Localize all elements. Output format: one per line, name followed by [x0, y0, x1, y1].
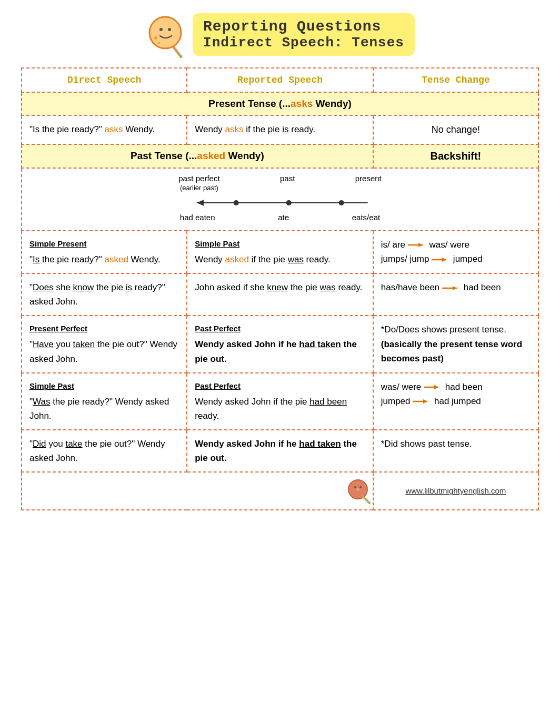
timeline-label3: present: [355, 174, 382, 192]
tense-change-1b: was/ were: [429, 240, 470, 250]
past-tense-header-row: Past Tense (...asked Wendy) Backshift!: [22, 144, 538, 168]
svg-point-5: [158, 42, 160, 44]
tense-change-5: *Did shows past tense.: [381, 439, 472, 449]
simple-past-label2: Simple Past: [29, 380, 179, 392]
present-perfect-reported: Past Perfect Wendy asked John if he had …: [187, 316, 373, 372]
simple-present-reported: Simple Past Wendy asked if the pie was r…: [187, 231, 373, 273]
present-direct-cell: "Is the pie ready?" asks Wendy.: [22, 115, 187, 144]
does-she-know-row: "Does she know the pie is ready?" asked …: [22, 273, 538, 316]
title-box: Reporting Questions Indirect Speech: Ten…: [193, 13, 415, 56]
header: Reporting Questions Indirect Speech: Ten…: [145, 11, 415, 58]
column-header-row: Direct Speech Reported Speech Tense Chan…: [22, 68, 538, 92]
svg-marker-15: [442, 258, 446, 262]
simple-present-quote: "Is the pie ready?" asked Wendy.: [29, 254, 161, 264]
svg-marker-19: [434, 385, 438, 389]
simple-past-did-direct: "Did you take the pie out?" Wendy asked …: [22, 430, 187, 472]
svg-marker-17: [453, 286, 457, 290]
timeline-word3: eats/eat: [352, 213, 380, 222]
simple-past-did-quote: "Did you take the pie out?" Wendy asked …: [29, 439, 165, 463]
svg-point-2: [159, 28, 163, 31]
footer-website-cell: www.lilbutmightyenglish.com: [373, 472, 538, 510]
main-table: Direct Speech Reported Speech Tense Chan…: [21, 67, 539, 510]
tense-change-4b: had been: [445, 382, 483, 392]
svg-point-23: [354, 486, 356, 488]
timeline-labels: past perfect(earlier past) past present: [133, 174, 427, 192]
svg-point-25: [356, 488, 359, 491]
tense-change-4d: had jumped: [434, 396, 481, 406]
does-she-know-quote: "Does she know the pie is ready?" asked …: [29, 282, 165, 307]
svg-marker-13: [418, 243, 423, 247]
past-perfect-label1: Past Perfect: [195, 322, 365, 335]
simple-present-row: Simple Present "Is the pie ready?" asked…: [22, 231, 538, 273]
past-tense-header: Past Tense (...asked Wendy): [22, 144, 373, 168]
svg-point-11: [339, 200, 344, 205]
simple-past-text: Wendy asked if the pie was ready.: [195, 254, 330, 264]
svg-point-1: [149, 17, 181, 48]
past-perfect-label2: Past Perfect: [195, 380, 365, 392]
timeline-cell: past perfect(earlier past) past present: [22, 168, 538, 231]
asked-word: asked: [197, 150, 225, 161]
past-perfect-text2: Wendy asked John if the pie had been rea…: [195, 397, 347, 421]
col-header-reported: Reported Speech: [187, 68, 373, 92]
timeline-word2: ate: [278, 213, 289, 222]
simple-past-was-row: Simple Past "Was the pie ready?" Wendy a…: [22, 373, 538, 430]
svg-point-9: [234, 200, 239, 205]
svg-marker-21: [423, 399, 427, 404]
simple-past-was-direct: Simple Past "Was the pie ready?" Wendy a…: [22, 373, 187, 430]
tense-change-4a: was/ were: [381, 382, 424, 392]
does-she-know-reported: John asked if she knew the pie was ready…: [187, 273, 373, 316]
simple-present-label: Simple Present: [29, 238, 179, 250]
asks-word: asks: [291, 98, 313, 109]
does-she-know-tense: has/have been had been: [373, 273, 538, 316]
tense-change-1a: is/ are: [381, 240, 408, 250]
present-tense-header: Present Tense (...asks Wendy): [22, 92, 538, 115]
present-direct-text: "Is the pie ready?" asks Wendy.: [29, 124, 155, 134]
svg-point-24: [359, 486, 362, 488]
timeline-label1: past perfect(earlier past): [178, 174, 219, 192]
present-perfect-direct: Present Perfect "Have you taken the pie …: [22, 316, 187, 372]
no-change-text: No change!: [432, 124, 480, 135]
svg-point-10: [286, 200, 292, 205]
tense-change-3: *Do/Does shows present tense.(basically …: [381, 324, 522, 363]
website-link[interactable]: www.lilbutmightyenglish.com: [405, 486, 506, 495]
simple-past-did-reported: Wendy asked John if he had taken the pie…: [187, 430, 373, 472]
svg-point-6: [152, 42, 154, 44]
timeline-bar: [133, 195, 427, 211]
backshift-text: Backshift!: [431, 150, 482, 162]
present-perfect-label: Present Perfect: [29, 322, 179, 335]
does-she-know-direct: "Does she know the pie is ready?" asked …: [22, 273, 187, 316]
simple-past-was-quote: "Was the pie ready?" Wendy asked John.: [29, 397, 169, 421]
footer-row: www.lilbutmightyenglish.com: [22, 472, 538, 510]
past-perfect-text1: Wendy asked John if he had taken the pie…: [195, 339, 357, 363]
present-reported-cell: Wendy asks if the pie is ready.: [187, 115, 373, 144]
simple-past-was-reported: Past Perfect Wendy asked John if the pie…: [187, 373, 373, 430]
tense-change-1c: jumps/ jump: [381, 254, 432, 264]
present-tense-row: "Is the pie ready?" asks Wendy. Wendy as…: [22, 115, 538, 144]
present-reported-text: Wendy asks if the pie is ready.: [195, 124, 315, 134]
present-tense-cell: No change!: [373, 115, 538, 144]
svg-marker-8: [197, 200, 204, 206]
col-header-tense: Tense Change: [373, 68, 538, 92]
simple-present-direct: Simple Present "Is the pie ready?" asked…: [22, 231, 187, 273]
present-perfect-tense: *Do/Does shows present tense.(basically …: [373, 316, 538, 372]
candy-icon: [145, 11, 187, 58]
tense-change-4c: jumped: [381, 396, 413, 406]
simple-past-did-tense: *Did shows past tense.: [373, 430, 538, 472]
title-line1: Reporting Questions: [203, 18, 404, 35]
timeline-words: had eaten ate eats/eat: [133, 213, 427, 222]
simple-past-label: Simple Past: [195, 238, 365, 250]
tense-change-2b: had been: [464, 282, 501, 292]
tense-change-2a: has/have been: [381, 282, 442, 292]
present-perfect-row: Present Perfect "Have you taken the pie …: [22, 316, 538, 372]
tense-change-1d: jumped: [453, 254, 483, 264]
footer-empty: [22, 472, 373, 510]
does-she-know-text: John asked if she knew the pie was ready…: [195, 282, 362, 292]
timeline-label2: past: [280, 174, 295, 192]
title-line2: Indirect Speech: Tenses: [203, 35, 404, 51]
present-tense-header-row: Present Tense (...asks Wendy): [22, 92, 538, 115]
svg-point-3: [168, 28, 171, 31]
timeline-row: past perfect(earlier past) past present: [22, 168, 538, 231]
col-header-direct: Direct Speech: [22, 68, 187, 92]
svg-line-26: [362, 496, 369, 503]
timeline-word1: had eaten: [180, 213, 215, 222]
